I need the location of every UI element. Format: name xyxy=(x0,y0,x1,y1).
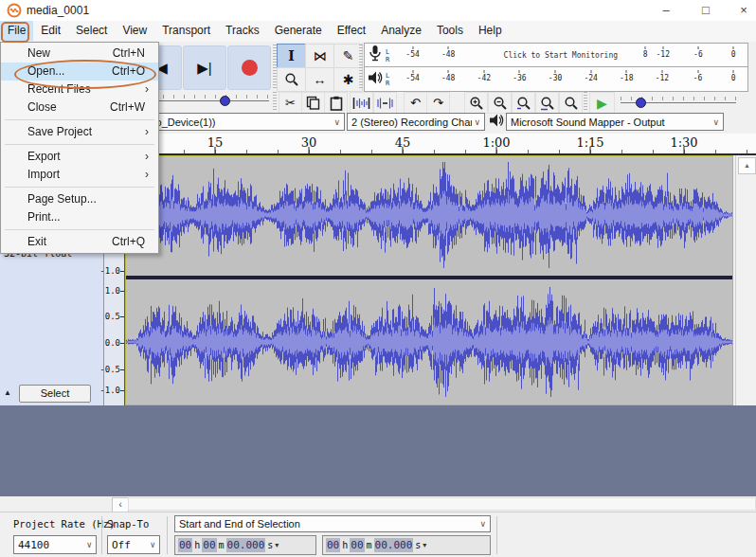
trim-audio-button[interactable] xyxy=(350,92,373,114)
collapse-triangle-icon[interactable]: ▲ xyxy=(4,388,11,397)
filemenu-export[interactable]: Export› xyxy=(1,148,158,166)
close-button[interactable]: × xyxy=(729,1,756,20)
transport-record-button[interactable] xyxy=(227,45,271,90)
time-digit-group[interactable]: 00 xyxy=(326,538,340,552)
chevron-down-icon: ∨ xyxy=(151,540,155,549)
channel-labels: LR xyxy=(386,48,395,63)
redo-button[interactable]: ↷ xyxy=(426,92,450,114)
filemenu-import[interactable]: Import› xyxy=(1,166,158,184)
playback-device-select[interactable]: Microsoft Sound Mapper - Output ∨ xyxy=(506,113,724,131)
maximize-button[interactable]: □ xyxy=(692,1,720,20)
scroll-left-button[interactable]: ‹ xyxy=(112,497,129,512)
play-at-speed-button[interactable]: ▶ xyxy=(589,92,615,114)
mixer-slider-thumb[interactable] xyxy=(220,96,230,106)
project-rate-label: Project Rate (Hz) xyxy=(13,518,115,530)
menu-item-label: Recent Files xyxy=(27,81,91,99)
recording-channels-select[interactable]: 2 (Stereo) Recording Chann ∨ xyxy=(347,113,485,131)
filemenu-open[interactable]: Open...Ctrl+O xyxy=(1,63,158,81)
menu-help[interactable]: Help xyxy=(471,21,510,41)
filemenu-print[interactable]: Print... xyxy=(1,208,158,226)
time-digit-group[interactable]: 00 xyxy=(350,538,364,552)
menu-analyze[interactable]: Analyze xyxy=(373,21,429,41)
time-digit-group[interactable]: 00.000 xyxy=(226,538,266,552)
transport-skip-end-button[interactable]: ▶| xyxy=(183,45,226,90)
menu-item-label: Exit xyxy=(27,233,46,251)
menu-tracks[interactable]: Tracks xyxy=(218,21,267,41)
zoom-tool-button[interactable] xyxy=(277,67,306,92)
filemenu-recent-files[interactable]: Recent Files› xyxy=(1,81,158,99)
menu-item-shortcut: Ctrl+Q xyxy=(112,233,145,251)
scrollbar-track[interactable] xyxy=(128,497,756,511)
time-digit-group[interactable]: 00.000 xyxy=(374,538,414,552)
zoom-out-button[interactable] xyxy=(488,92,512,114)
grip-handle[interactable] xyxy=(273,92,277,112)
filemenu-new[interactable]: NewCtrl+N xyxy=(1,45,158,63)
time-digit-group[interactable]: 00 xyxy=(178,538,192,552)
recording-meter[interactable]: LR-54-48Click to Start Monitoring8-12-60 xyxy=(364,43,748,68)
silence-audio-icon xyxy=(376,97,394,110)
timeline-tick xyxy=(684,147,685,153)
meter-scale: -54-48-42-36-30-24-18-12-60 xyxy=(395,67,747,91)
timeline-ruler[interactable]: 1530451:001:151:30 xyxy=(112,134,756,155)
meter-tick xyxy=(555,70,556,73)
zoom-in-button[interactable] xyxy=(464,92,488,114)
snap-to-select[interactable]: Off ∨ xyxy=(107,535,160,554)
undo-button[interactable]: ↶ xyxy=(404,92,427,114)
filemenu-close[interactable]: CloseCtrl+W xyxy=(1,99,158,117)
fit-project-button[interactable] xyxy=(535,92,559,114)
selection-toolbar: Project Rate (Hz) 44100 ∨ Snap-To Off ∨ … xyxy=(0,512,756,557)
spin-arrow-icon[interactable]: ▾ xyxy=(275,541,279,549)
empty-track-area xyxy=(0,405,756,496)
scale-tick xyxy=(120,343,124,344)
spin-arrow-icon[interactable]: ▾ xyxy=(423,541,426,549)
meter-tick xyxy=(412,46,413,49)
grip-handle[interactable] xyxy=(359,45,363,90)
play-icon: ▶ xyxy=(597,96,607,111)
scroll-up-button[interactable]: ▲ xyxy=(738,157,756,174)
menu-file[interactable]: File xyxy=(0,21,33,41)
meter-tick xyxy=(661,70,662,73)
time-digit-group[interactable]: 00 xyxy=(202,538,216,552)
copy-button[interactable] xyxy=(301,92,325,114)
menu-transport[interactable]: Transport xyxy=(154,21,218,41)
time-unit: m xyxy=(219,540,225,550)
horizontal-scrollbar[interactable]: ‹ xyxy=(0,496,756,512)
envelope-tool-button[interactable]: ⋈ xyxy=(305,44,334,68)
waveform-canvas[interactable] xyxy=(126,156,732,404)
menu-item-label: New xyxy=(27,45,50,63)
timeshift-tool-button[interactable]: ↔ xyxy=(305,67,334,92)
filemenu-exit[interactable]: ExitCtrl+Q xyxy=(1,233,158,251)
menu-select[interactable]: Select xyxy=(68,21,115,41)
track-select-button[interactable]: Select xyxy=(19,385,91,403)
grip-handle[interactable] xyxy=(584,92,587,112)
playback-meter[interactable]: LR-54-48-42-36-30-24-18-12-60 xyxy=(364,66,748,92)
filemenu-page-setup[interactable]: Page Setup... xyxy=(1,190,158,208)
selection-end-field[interactable]: 00h00m00.000s▾ xyxy=(322,535,491,555)
paste-button[interactable] xyxy=(324,92,348,114)
fit-selection-button[interactable] xyxy=(512,92,535,114)
minimize-button[interactable]: – xyxy=(652,1,680,20)
project-rate-select[interactable]: 44100 ∨ xyxy=(13,535,97,554)
cut-button[interactable]: ✂ xyxy=(279,92,302,114)
menu-tools[interactable]: Tools xyxy=(429,21,471,41)
zoom-toggle-button[interactable] xyxy=(559,92,583,114)
timeline-tick xyxy=(309,147,310,153)
vertical-scrollbar[interactable]: ▲ xyxy=(735,155,756,405)
silence-audio-button[interactable] xyxy=(373,92,397,114)
selection-tool-button[interactable]: I xyxy=(277,44,306,68)
filemenu-save-project[interactable]: Save Project› xyxy=(1,123,158,141)
selection-start-field[interactable]: 00h00m00.000s▾ xyxy=(174,535,316,555)
menu-edit[interactable]: Edit xyxy=(33,21,68,41)
speed-slider-thumb[interactable] xyxy=(636,98,646,108)
stereo-track[interactable] xyxy=(125,155,733,405)
monitoring-message[interactable]: Click to Start Monitoring xyxy=(504,51,618,60)
menu-view[interactable]: View xyxy=(115,21,154,41)
scale-tick xyxy=(120,291,124,292)
selection-mode-select[interactable]: Start and End of Selection ∨ xyxy=(174,515,491,532)
menu-generate[interactable]: Generate xyxy=(267,21,330,41)
menu-effect[interactable]: Effect xyxy=(330,21,373,41)
meter-tick xyxy=(483,70,484,73)
magnifier-icon xyxy=(284,72,299,87)
divider xyxy=(496,516,497,554)
menu-item-shortcut: Ctrl+W xyxy=(110,99,145,117)
